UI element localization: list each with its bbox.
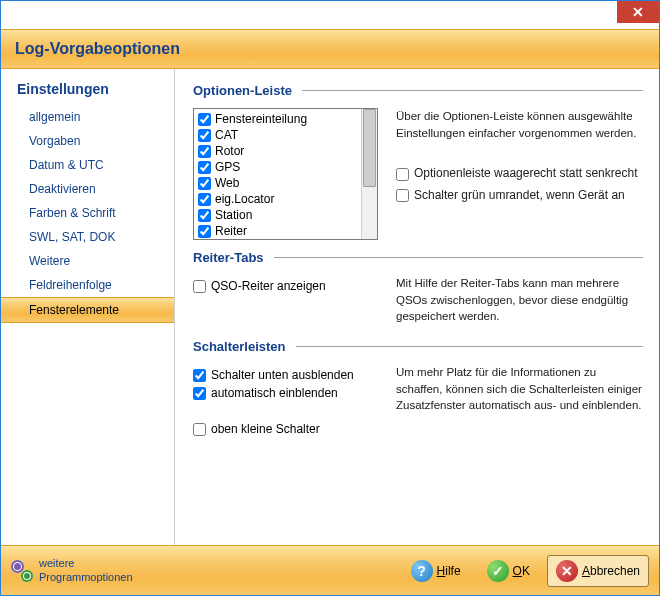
checkbox-input[interactable] bbox=[193, 423, 206, 436]
section-title-optionen: Optionen-Leiste bbox=[193, 83, 643, 98]
sidebar-item-farben-schrift[interactable]: Farben & Schrift bbox=[1, 201, 174, 225]
checkbox-input[interactable] bbox=[396, 168, 409, 181]
dialog-window: ✕ Log-Vorgabeoptionen Einstellungen allg… bbox=[0, 0, 660, 596]
cancel-icon: ✕ bbox=[556, 560, 578, 582]
list-item-checkbox[interactable] bbox=[198, 177, 211, 190]
checkbox-kleine-schalter[interactable]: oben kleine Schalter bbox=[193, 422, 378, 436]
content-area: Einstellungen allgemein Vorgaben Datum &… bbox=[1, 69, 659, 545]
list-item-checkbox[interactable] bbox=[198, 225, 211, 238]
optionen-listbox[interactable]: Fenstereinteilung CAT Rotor GPS Web eig.… bbox=[193, 108, 378, 240]
sidebar: Einstellungen allgemein Vorgaben Datum &… bbox=[1, 69, 175, 545]
checkbox-horizontal[interactable]: Optionenleiste waagerecht statt senkrech… bbox=[396, 165, 643, 182]
optionen-desc: Über die Optionen-Leiste können ausgewäh… bbox=[396, 108, 643, 141]
checkbox-schalter-unten[interactable]: Schalter unten ausblenden bbox=[193, 368, 378, 382]
list-item[interactable]: Web bbox=[198, 175, 357, 191]
footer-bar: weitere Programmoptionen ? Hilfe ✓ OK ✕ … bbox=[1, 545, 659, 595]
checkbox-input[interactable] bbox=[193, 387, 206, 400]
scroll-thumb[interactable] bbox=[363, 109, 376, 187]
list-item-checkbox[interactable] bbox=[198, 113, 211, 126]
sidebar-item-feldreihenfolge[interactable]: Feldreihenfolge bbox=[1, 273, 174, 297]
list-item[interactable]: Station bbox=[198, 207, 357, 223]
list-item-checkbox[interactable] bbox=[198, 209, 211, 222]
checkbox-input[interactable] bbox=[193, 369, 206, 382]
section-title-schalter: Schalterleisten bbox=[193, 339, 643, 354]
reiter-desc: Mit Hilfe der Reiter-Tabs kann man mehre… bbox=[396, 275, 643, 325]
sidebar-item-allgemein[interactable]: allgemein bbox=[1, 105, 174, 129]
close-button[interactable]: ✕ bbox=[617, 1, 659, 23]
checkbox-auto-einblenden[interactable]: automatisch einblenden bbox=[193, 386, 378, 400]
gears-icon bbox=[11, 560, 33, 582]
optionen-listbox-inner: Fenstereinteilung CAT Rotor GPS Web eig.… bbox=[194, 109, 361, 239]
sidebar-item-swl-sat-dok[interactable]: SWL, SAT, DOK bbox=[1, 225, 174, 249]
sidebar-item-vorgaben[interactable]: Vorgaben bbox=[1, 129, 174, 153]
list-item[interactable]: Rotor bbox=[198, 143, 357, 159]
help-icon: ? bbox=[411, 560, 433, 582]
checkbox-green[interactable]: Schalter grün umrandet, wenn Gerät an bbox=[396, 187, 643, 204]
list-item[interactable]: Fenstereinteilung bbox=[198, 111, 357, 127]
sidebar-item-fensterelemente[interactable]: Fensterelemente bbox=[1, 297, 174, 323]
dialog-title: Log-Vorgabeoptionen bbox=[15, 40, 645, 58]
more-options-link[interactable]: weitere Programmoptionen bbox=[11, 557, 133, 583]
sidebar-item-deaktivieren[interactable]: Deaktivieren bbox=[1, 177, 174, 201]
checkbox-input[interactable] bbox=[193, 280, 206, 293]
main-panel: Optionen-Leiste Fenstereinteilung CAT Ro… bbox=[175, 69, 659, 545]
titlebar: ✕ bbox=[1, 1, 659, 29]
schalter-desc: Um mehr Platz für die Informationen zu s… bbox=[396, 364, 643, 440]
close-icon: ✕ bbox=[632, 4, 644, 20]
sidebar-item-weitere[interactable]: Weitere bbox=[1, 249, 174, 273]
ok-icon: ✓ bbox=[487, 560, 509, 582]
list-item[interactable]: Reiter bbox=[198, 223, 357, 239]
list-item-checkbox[interactable] bbox=[198, 193, 211, 206]
checkbox-qso-reiter[interactable]: QSO-Reiter anzeigen bbox=[193, 279, 378, 293]
sidebar-heading: Einstellungen bbox=[1, 77, 174, 105]
help-button[interactable]: ? Hilfe bbox=[402, 555, 470, 587]
listbox-scrollbar[interactable] bbox=[361, 109, 377, 239]
list-item-checkbox[interactable] bbox=[198, 145, 211, 158]
sidebar-item-datum-utc[interactable]: Datum & UTC bbox=[1, 153, 174, 177]
checkbox-input[interactable] bbox=[396, 189, 409, 202]
list-item[interactable]: eig.Locator bbox=[198, 191, 357, 207]
list-item-checkbox[interactable] bbox=[198, 161, 211, 174]
ok-button[interactable]: ✓ OK bbox=[478, 555, 539, 587]
header-band: Log-Vorgabeoptionen bbox=[1, 29, 659, 69]
cancel-button[interactable]: ✕ Abbrechen bbox=[547, 555, 649, 587]
section-title-reiter: Reiter-Tabs bbox=[193, 250, 643, 265]
list-item[interactable]: CAT bbox=[198, 127, 357, 143]
list-item[interactable]: GPS bbox=[198, 159, 357, 175]
list-item-checkbox[interactable] bbox=[198, 129, 211, 142]
